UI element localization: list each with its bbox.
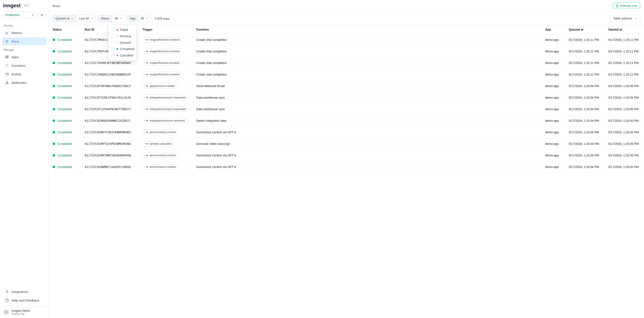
app-name: demo-app — [541, 103, 565, 115]
status-option-completed[interactable]: Completed — [110, 46, 134, 52]
status-text: Completed — [57, 38, 72, 42]
run-id: 01J7ZVC7KP6RJK74B1NP14PA6V — [85, 61, 135, 65]
column-header[interactable]: Function — [192, 25, 541, 34]
table-row[interactable]: Completed01J7ZVC0T12F64P8SNKTT0EQ7Jinteg… — [49, 103, 644, 115]
filter-status[interactable]: Status All — [98, 15, 125, 22]
nav-item-events[interactable]: Events — [2, 70, 46, 78]
filter-queued[interactable]: Queued at Last 3d — [52, 15, 96, 22]
runs-count: 7,479 runs — [154, 17, 170, 20]
column-header[interactable]: Trigger — [138, 25, 192, 34]
status-dot-icon — [52, 154, 55, 157]
nav-item-webhooks[interactable]: Webhooks — [2, 79, 46, 87]
queued-at: 9/17/2024, 1:20:04 PM — [565, 80, 604, 92]
table-row[interactable]: Completed01J7ZVC0SRWRB7JXAQSPJJHDQXai/su… — [49, 161, 644, 173]
event-icon — [144, 132, 148, 133]
table-row[interactable]: Completed01J7ZVC0T3SRE1P96SYEA2J6JEinteg… — [49, 92, 644, 103]
user-menu[interactable]: IN Inngest Demo Charly Poly — [0, 306, 48, 318]
trigger-pill[interactable]: app/account.created — [142, 83, 178, 89]
run-id: 01J7ZVC0SRWRB7JXAQSPJJHDQX — [85, 165, 135, 169]
status-dot-icon — [116, 29, 118, 31]
nav-item-runs[interactable]: Runs — [2, 38, 46, 45]
status-text: Completed — [57, 96, 72, 99]
svg-rect-4 — [6, 57, 7, 58]
table-row[interactable]: Completed01J7ZVC0SRPT3C9PE5BME9H3NAai/vi… — [49, 138, 644, 150]
cmdk-shortcut[interactable]: ⌘ K — [22, 3, 31, 8]
runs-table: StatusRun IDTriggerFunctionAppQueued atS… — [49, 25, 644, 173]
function-name: Summarize content via GPT-4 — [192, 161, 541, 173]
trigger-text: ai/summarize.content — [150, 154, 176, 157]
status-option-running[interactable]: Running — [110, 33, 134, 39]
user-org: Inngest Demo — [12, 309, 30, 312]
column-header[interactable]: Queued at — [565, 25, 604, 34]
status-option-cancelled[interactable]: Cancelled — [110, 52, 134, 59]
trigger-text: ai/summarize.content — [150, 165, 176, 168]
run-id: 01J7ZVC7KNQKSCXQE3HQWN55XF — [85, 73, 135, 76]
nav-item-metrics[interactable]: Metrics — [2, 29, 46, 37]
chevron-down-icon — [71, 17, 74, 20]
filter-app[interactable]: App All — [127, 15, 151, 22]
filter-app-label: App — [130, 17, 135, 20]
environment-settings-button[interactable] — [38, 12, 46, 19]
runs-icon — [5, 39, 9, 43]
table-columns-button[interactable]: Table columns — [610, 15, 640, 22]
run-id: 01J7ZVC0T5RTW0A7HGWSS766CF — [85, 84, 135, 88]
nav-item-help[interactable]: Help and Feedback — [2, 296, 46, 304]
status-option-failed[interactable]: Failed — [110, 27, 134, 33]
table-row[interactable]: Completed01J7ZVC0SR0AE09MW62JGZ847Cinteg… — [49, 115, 644, 126]
status-dot-icon — [52, 108, 55, 110]
trigger-pill[interactable]: integrations/export.requested — [142, 106, 188, 112]
nav-label: Runs — [12, 40, 19, 43]
table-row[interactable]: Completed01J7ZVC7MV6CCZSinngest/function… — [49, 34, 644, 46]
trigger-pill[interactable]: ai/summarize.content — [142, 164, 179, 169]
nav-label: Help and Feedback — [12, 298, 39, 302]
column-header[interactable]: App — [541, 25, 565, 34]
run-id: 01J7ZVC0T3SRE1P96SYEA2J6JE — [85, 96, 135, 99]
event-icon — [144, 85, 148, 87]
trigger-pill[interactable]: inngest/function.invoked — [142, 72, 182, 77]
trigger-pill[interactable]: ai/summarize.content — [142, 129, 179, 135]
status-option-label: Cancelled — [120, 54, 133, 57]
table-row[interactable]: Completed01J7ZVC0SRRTWMVYBSRABPWYKWai/su… — [49, 150, 644, 161]
checkbox[interactable] — [112, 35, 115, 38]
trigger-pill[interactable]: integrations/source.removed — [142, 118, 188, 123]
app-name: demo-app — [541, 126, 565, 138]
table-row[interactable]: Completed01J7ZVC7KNQKSCXQE3HQWN55XFinnge… — [49, 69, 644, 80]
checkbox[interactable] — [112, 28, 115, 32]
checkbox[interactable] — [112, 41, 115, 44]
status-option-queued[interactable]: Queued — [110, 39, 134, 46]
trigger-pill[interactable]: inngest/function.invoked — [142, 37, 182, 42]
function-name: Send Welcome Email — [192, 80, 541, 92]
table-row[interactable]: Completed01J7ZVC0SRGTV303YEBNPNK0DVai/su… — [49, 126, 644, 138]
table-row[interactable]: Completed01J7ZVC0T5RTW0A7HGWSS766CFapp/a… — [49, 80, 644, 92]
status-option-label: Queued — [120, 41, 131, 44]
status-text: Completed — [57, 154, 72, 157]
brand-logo[interactable]: inngest — [3, 3, 20, 9]
refresh-runs-button[interactable]: Refresh runs — [613, 3, 640, 9]
nav-item-apps[interactable]: Apps — [2, 53, 46, 61]
trigger-pill[interactable]: inngest/function.invoked — [142, 49, 182, 54]
chart-icon — [5, 31, 9, 35]
run-id: 01J7ZVC0SR0AE09MW62JGZ847C — [85, 119, 135, 122]
table-row[interactable]: Completed01J7ZVC7MVF34WRinngest/function… — [49, 46, 644, 57]
webhooks-icon — [5, 81, 9, 85]
trigger-pill[interactable]: ai/summarize.content — [142, 153, 179, 158]
nav-item-integrations[interactable]: Integrations — [2, 288, 46, 295]
app-name: demo-app — [541, 46, 565, 57]
status-text: Completed — [57, 50, 72, 53]
event-icon — [144, 74, 148, 75]
column-header[interactable]: Status — [49, 25, 81, 34]
status-dot-icon — [116, 48, 118, 50]
function-name: Data warehouse sync — [192, 92, 541, 103]
trigger-pill[interactable]: inngest/function.invoked — [142, 60, 182, 66]
environment-select[interactable]: Production — [3, 12, 36, 19]
status-text: Completed — [57, 73, 72, 76]
column-header[interactable]: Started at — [604, 25, 644, 34]
trigger-pill[interactable]: ai/video.uploaded — [142, 141, 174, 146]
table-row[interactable]: Completed01J7ZVC7KP6RJK74B1NP14PA6Vinnge… — [49, 57, 644, 69]
app-name: demo-app — [541, 92, 565, 103]
checkbox[interactable] — [112, 54, 115, 57]
trigger-pill[interactable]: integrations/export.requested — [142, 95, 188, 100]
nav-item-functions[interactable]: Functions — [2, 62, 46, 69]
nav-label: Integrations — [12, 290, 28, 293]
checkbox[interactable] — [112, 47, 115, 51]
